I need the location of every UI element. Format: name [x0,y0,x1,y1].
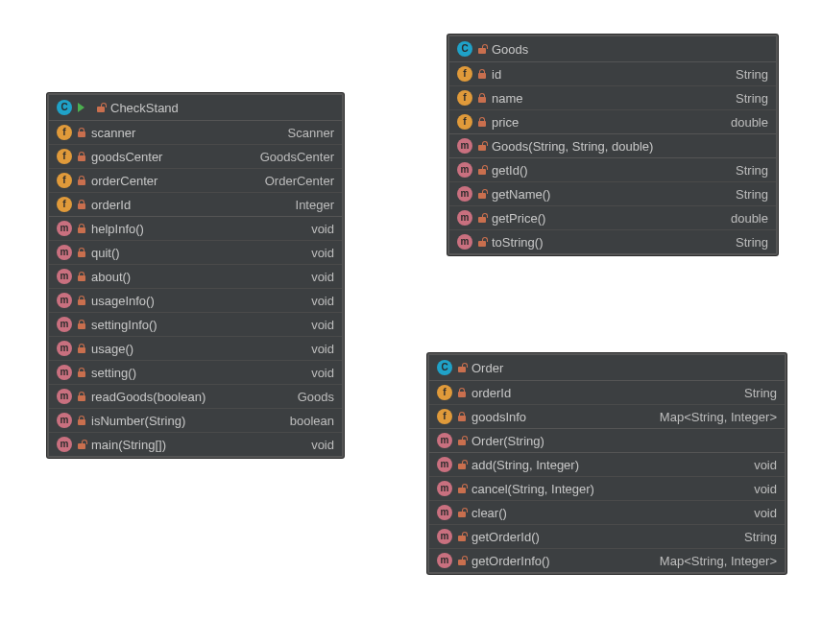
method-icon: m [57,365,72,380]
visibility-icon [478,237,486,247]
field-orderId: forderIdInteger [49,193,342,217]
field-goodsCenter: fgoodsCenterGoodsCenter [49,145,342,169]
lock-icon [78,296,85,305]
lock-icon [478,117,486,127]
lock-icon [78,272,85,281]
lock-icon [478,93,486,103]
field-icon: f [457,114,472,130]
class-header: C Order [429,355,785,381]
method-getPrice: mgetPrice()double [449,206,776,230]
class-order: C Order forderIdString fgoodsInfoMap<Str… [427,353,786,574]
ctor-goods: mGoods(String, String, double) [449,134,776,158]
lock-icon [78,200,85,209]
visibility-icon [458,363,466,372]
method-icon: m [57,293,72,308]
method-getId: mgetId()String [449,158,776,182]
visibility-icon [458,508,466,517]
lock-icon [78,344,85,353]
field-icon: f [57,125,72,140]
method-settingInfo: msettingInfo()void [49,313,342,337]
method-icon: m [57,389,72,404]
method-icon: m [437,553,452,568]
method-icon: m [437,457,452,472]
method-main: mmain(String[])void [49,433,342,456]
method-icon: m [57,437,72,452]
runnable-icon [78,103,91,112]
lock-icon [78,176,85,185]
class-icon: C [437,360,452,375]
visibility-icon [458,460,466,469]
method-getName: mgetName()String [449,182,776,206]
field-id: fidString [449,62,776,86]
method-icon: m [57,245,72,260]
lock-icon [78,416,85,425]
field-icon: f [57,149,72,164]
visibility-icon [478,213,486,223]
method-icon: m [57,317,72,332]
field-icon: f [457,90,472,106]
diagram-stage: C CheckStand fscannerScanner fgoodsCente… [0,0,822,644]
field-icon: f [57,197,72,212]
field-scanner: fscannerScanner [49,121,342,145]
method-clear: mclear()void [429,501,785,525]
method-icon: m [437,529,452,544]
lock-icon [78,224,85,233]
method-helpInfo: mhelpInfo()void [49,217,342,241]
class-header: C CheckStand [49,95,342,121]
lock-icon [78,392,85,401]
lock-icon [478,69,486,79]
method-cancel: mcancel(String, Integer)void [429,477,785,501]
field-orderId: forderIdString [429,381,785,405]
method-icon: m [57,221,72,236]
method-icon: m [457,162,472,178]
method-icon: m [57,341,72,356]
method-icon: m [437,481,452,496]
visibility-icon [478,141,486,151]
lock-icon [458,412,466,421]
field-icon: f [57,173,72,188]
method-icon: m [457,210,472,226]
method-getOrderId: mgetOrderId()String [429,525,785,549]
field-orderCenter: forderCenterOrderCenter [49,169,342,193]
field-name: fnameString [449,86,776,110]
method-isNumber: misNumber(String)boolean [49,409,342,433]
method-add: madd(String, Integer)void [429,453,785,477]
class-goods: C Goods fidString fnameString fpricedoub… [447,35,778,255]
visibility-icon [458,556,466,565]
field-icon: f [457,66,472,82]
lock-icon [78,320,85,329]
class-title: Order [471,361,503,375]
lock-icon [458,388,466,397]
class-header: C Goods [449,36,776,62]
method-icon: m [457,234,472,250]
visibility-icon [458,532,466,541]
field-price: fpricedouble [449,110,776,134]
lock-icon [78,368,85,377]
method-getOrderInfo: mgetOrderInfo()Map<String, Integer> [429,549,785,572]
method-icon: m [437,433,452,448]
field-icon: f [437,409,452,424]
lock-icon [78,248,85,257]
method-usage: musage()void [49,337,342,361]
lock-icon [78,152,85,161]
method-icon: m [57,269,72,284]
method-icon: m [437,505,452,520]
method-about: mabout()void [49,265,342,289]
visibility-icon [478,165,486,175]
class-checkstand: C CheckStand fscannerScanner fgoodsCente… [47,93,344,458]
method-readGoods: mreadGoods(boolean)Goods [49,385,342,409]
method-icon: m [457,186,472,202]
ctor-order: mOrder(String) [429,429,785,453]
method-setting: msetting()void [49,361,342,385]
method-quit: mquit()void [49,241,342,265]
class-icon: C [57,100,72,115]
field-goodsInfo: fgoodsInfoMap<String, Integer> [429,405,785,429]
class-title: CheckStand [110,101,179,115]
visibility-icon [458,484,466,493]
method-icon: m [457,138,472,154]
class-icon: C [457,41,472,57]
method-usageInfo: musageInfo()void [49,289,342,313]
visibility-icon [478,189,486,199]
class-title: Goods [492,42,528,57]
visibility-icon [458,436,466,445]
